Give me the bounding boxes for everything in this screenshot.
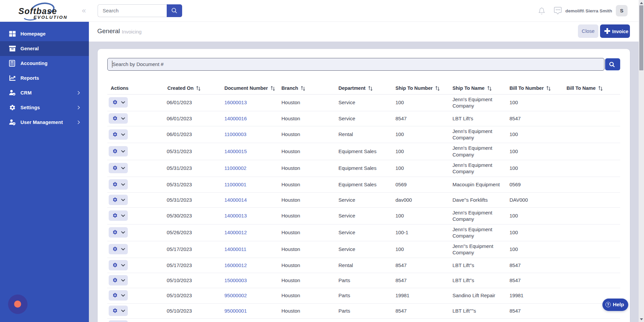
svg-text:Softbase: Softbase [18,6,57,16]
svg-text:EVOLUTION: EVOLUTION [34,15,67,20]
